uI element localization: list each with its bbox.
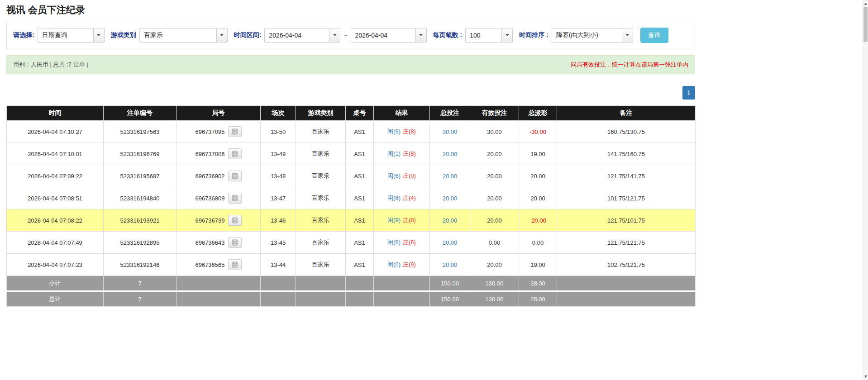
sort-dropdown[interactable]: 降幂(由大到小) <box>552 28 633 43</box>
table-row[interactable]: 2026-04-04 07:08:51 523316194840 6967368… <box>7 187 696 209</box>
cell-round: 696737095 <box>176 121 261 143</box>
table-header-row: 时间 注单编号 局号 场次 游戏类别 桌号 结果 总投注 有效投注 总派彩 备注 <box>7 106 696 121</box>
per-page-dropdown[interactable]: 100 <box>465 28 513 43</box>
total-bet-link[interactable]: 20.00 <box>443 217 458 224</box>
cell-time: 2026-04-04 07:10:01 <box>7 143 104 165</box>
cell-result: 闲(0)庄(9) <box>374 254 430 276</box>
result-banker: 庄(6) <box>403 239 416 246</box>
date-to-dropdown[interactable]: 2026-04-04 <box>351 28 427 43</box>
round-detail-button[interactable] <box>228 193 242 204</box>
cell-table: AS1 <box>346 121 374 143</box>
result-player: 闲(6) <box>387 239 401 246</box>
result-player: 闲(9) <box>387 128 401 135</box>
page-1-button[interactable]: 1 <box>682 86 695 100</box>
chevron-down-icon[interactable] <box>622 28 633 42</box>
query-type-dropdown[interactable]: 日期查询 <box>38 28 105 43</box>
date-from-dropdown[interactable]: 2026-04-04 <box>264 28 340 43</box>
chevron-down-icon[interactable] <box>501 28 512 42</box>
result-player: 闲(9) <box>387 217 401 223</box>
cell-game: 百家乐 <box>296 254 346 276</box>
vertical-scrollbar[interactable] <box>863 0 868 380</box>
chevron-down-icon[interactable] <box>329 28 340 42</box>
total-bet-link[interactable]: 20.00 <box>443 239 458 246</box>
cell-session: 13-50 <box>261 121 296 143</box>
cell-bet-id: 523316197563 <box>104 121 176 143</box>
table-row[interactable]: 2026-04-04 07:07:23 523316192146 6967365… <box>7 254 696 276</box>
subtotal-count: 7 <box>104 276 176 291</box>
cell-bet-id: 523316195687 <box>104 165 176 187</box>
scrollbar-thumb[interactable] <box>863 7 868 42</box>
table-row[interactable]: 2026-04-04 07:10:27 523316197563 6967370… <box>7 121 696 143</box>
sort-label: 时间排序 : <box>519 31 548 39</box>
cell-game: 百家乐 <box>296 209 346 232</box>
cell-bet-id: 523316196769 <box>104 143 176 165</box>
cell-result: 闲(6)庄(4) <box>374 187 430 209</box>
query-button[interactable]: 查询 <box>640 28 668 43</box>
scroll-up-button[interactable] <box>863 0 868 7</box>
bet-records-table: 时间 注单编号 局号 场次 游戏类别 桌号 结果 总投注 有效投注 总派彩 备注… <box>6 105 696 307</box>
col-header-table: 桌号 <box>346 106 374 121</box>
time-range-label: 时间区间: <box>234 31 262 39</box>
table-row[interactable]: 2026-04-04 07:07:49 523316192895 6967366… <box>7 232 696 254</box>
cell-total-bet: 20.00 <box>430 187 470 209</box>
total-bet-link[interactable]: 30.00 <box>443 128 458 135</box>
round-number: 696736739 <box>195 217 224 224</box>
col-header-time: 时间 <box>7 106 104 121</box>
cell-bet-id: 523316194840 <box>104 187 176 209</box>
cell-total-bet: 20.00 <box>430 143 470 165</box>
cell-table: AS1 <box>346 232 374 254</box>
cell-payout: 0.00 <box>519 232 557 254</box>
cell-valid-bet: 20.00 <box>470 187 519 209</box>
result-player: 闲(6) <box>387 172 401 179</box>
total-bet-link[interactable]: 20.00 <box>443 261 458 268</box>
game-type-dropdown[interactable]: 百家乐 <box>139 28 228 43</box>
cell-total-bet: 20.00 <box>430 254 470 276</box>
pagination: 1 <box>6 86 695 100</box>
cell-time: 2026-04-04 07:10:27 <box>7 121 104 143</box>
currency-summary-text: 币别：人民币 | 总共 :7 注单 | <box>13 61 88 69</box>
total-total-bet: 150.00 <box>430 291 470 307</box>
dice-icon <box>232 151 238 157</box>
dice-icon <box>232 195 238 201</box>
total-bet-link[interactable]: 20.00 <box>443 195 458 202</box>
table-row[interactable]: 2026-04-04 07:09:22 523316195687 6967369… <box>7 165 696 187</box>
cell-table: AS1 <box>346 254 374 276</box>
cell-time: 2026-04-04 07:07:49 <box>7 232 104 254</box>
round-detail-button[interactable] <box>228 148 242 159</box>
cell-round: 696736809 <box>176 187 261 209</box>
round-detail-button[interactable] <box>228 259 242 270</box>
cell-remark: 141.75/160.75 <box>557 143 696 165</box>
result-banker: 庄(4) <box>403 195 416 201</box>
cell-payout: -30.00 <box>519 121 557 143</box>
dice-icon <box>232 173 238 179</box>
round-detail-button[interactable] <box>228 237 242 248</box>
cell-bet-id: 523316192146 <box>104 254 176 276</box>
scroll-down-button[interactable] <box>863 373 868 380</box>
filter-bar: 请选择: 日期查询 游戏类别 百家乐 时间区间: 2026-04-04 ~ 20… <box>6 21 695 49</box>
total-bet-link[interactable]: 20.00 <box>443 151 458 157</box>
game-type-label: 游戏类别 <box>111 31 136 39</box>
per-page-label: 每页笔数 : <box>433 31 463 39</box>
cell-session: 13-44 <box>261 254 296 276</box>
table-row[interactable]: 2026-04-04 07:10:01 523316196769 6967370… <box>7 143 696 165</box>
main-content: 视讯 会员下注纪录 请选择: 日期查询 游戏类别 百家乐 时间区间: 2026-… <box>6 0 695 307</box>
col-header-remark: 备注 <box>557 106 696 121</box>
cell-session: 13-48 <box>261 165 296 187</box>
cell-game: 百家乐 <box>296 165 346 187</box>
result-banker: 庄(8) <box>403 128 416 135</box>
col-header-payout: 总派彩 <box>519 106 557 121</box>
chevron-down-icon[interactable] <box>216 28 227 42</box>
col-header-game: 游戏类别 <box>296 106 346 121</box>
chevron-down-icon[interactable] <box>93 28 104 42</box>
total-bet-link[interactable]: 20.00 <box>443 173 458 180</box>
per-page-value: 100 <box>466 32 501 39</box>
round-detail-button[interactable] <box>228 215 242 226</box>
round-detail-button[interactable] <box>228 126 242 137</box>
result-banker: 庄(9) <box>403 261 416 268</box>
round-number: 696736565 <box>195 261 224 268</box>
cell-remark: 101.75/121.75 <box>557 187 696 209</box>
chevron-down-icon[interactable] <box>415 28 426 42</box>
round-detail-button[interactable] <box>228 171 242 181</box>
table-row[interactable]: 2026-04-04 07:08:22 523316193921 6967367… <box>7 209 696 232</box>
cell-remark: 160.75/130.75 <box>557 121 696 143</box>
